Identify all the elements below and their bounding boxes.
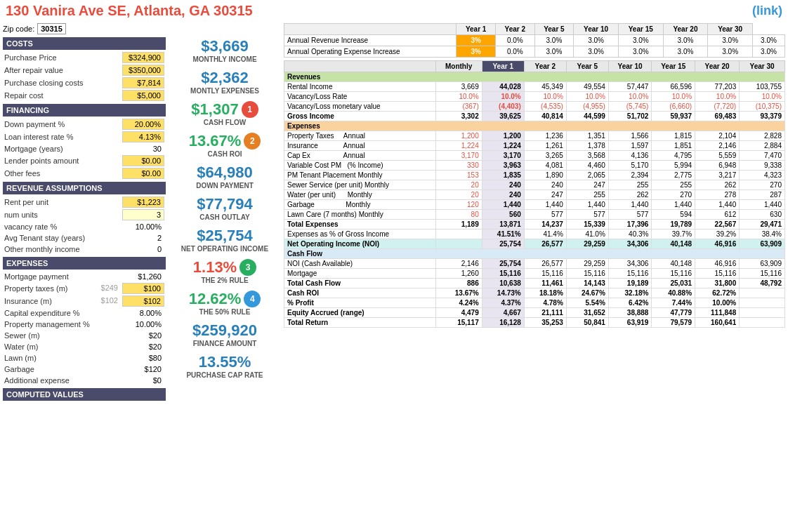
main-analysis-table: Monthly Year 1 Year 2 Year 5 Year 10 Yea… bbox=[284, 60, 785, 328]
rate-cell: 3.0% bbox=[753, 46, 785, 58]
monthly-expenses-label: MONTLY EXPENSES bbox=[174, 87, 275, 95]
cell: 2,775 bbox=[652, 171, 695, 180]
monthly-expenses-value: $2,362 bbox=[174, 69, 275, 87]
cell: 886 bbox=[435, 279, 482, 288]
cash-flow-metric: $1,307 1 CASH FLOW bbox=[174, 100, 275, 126]
cell: 3,265 bbox=[524, 151, 566, 161]
cell: 63,909 bbox=[740, 259, 785, 269]
cell: 1,890 bbox=[524, 171, 566, 180]
cell: 612 bbox=[695, 210, 740, 220]
cell: 34,306 bbox=[608, 259, 652, 269]
table-row: Vacancy/Loss Rate 10.0% 10.0% 10.0% 10.0… bbox=[284, 92, 785, 102]
page-container: 130 Vanira Ave SE, Atlanta, GA 30315 (li… bbox=[0, 0, 788, 404]
cell: 29,471 bbox=[740, 220, 785, 230]
fifty-pct-metric: 12.62% 4 THE 50% RULE bbox=[174, 290, 275, 316]
cell: 15,116 bbox=[608, 269, 652, 279]
row-label: % Profit bbox=[284, 298, 436, 308]
cell: 1,260 bbox=[435, 269, 482, 279]
cell bbox=[740, 298, 785, 308]
rate-cell: 3% bbox=[457, 35, 496, 46]
table-row: PM Tenant Placement Monthly 153 1,835 1,… bbox=[284, 171, 785, 180]
table-row: Total Expenses 1,189 13,871 14,237 15,33… bbox=[284, 220, 785, 230]
cell: 38,888 bbox=[608, 308, 652, 318]
cell: 120 bbox=[435, 200, 482, 210]
expenses-section-label: Expenses bbox=[284, 121, 785, 131]
badge-1: 1 bbox=[242, 101, 258, 118]
row-label: Vacancy/Loss monetary value bbox=[284, 102, 436, 112]
table-row: Annual Revenue Increase 3% 0.0% 3.0% 3.0… bbox=[284, 35, 785, 46]
rate-cell: 3.0% bbox=[534, 46, 574, 58]
computed-header: COMPUTED VALUES bbox=[3, 388, 166, 401]
section-header-row: Cash Flow bbox=[284, 249, 785, 259]
monthly-income-value: $3,669 bbox=[174, 37, 275, 55]
table-row: Property Taxes Annual 1,200 1,200 1,236 … bbox=[284, 131, 785, 141]
row-label: Garbage Monthly bbox=[284, 200, 436, 210]
cell: 4.37% bbox=[482, 298, 524, 308]
cell: 10.0% bbox=[435, 92, 482, 102]
rate-col-y2: Year 2 bbox=[495, 24, 534, 35]
cell: 1,200 bbox=[482, 131, 524, 141]
cell: 3,568 bbox=[566, 151, 608, 161]
cell: 287 bbox=[740, 190, 785, 200]
cell: 40,148 bbox=[652, 239, 695, 249]
col-header-y30: Year 30 bbox=[740, 61, 785, 72]
cell: 3,302 bbox=[435, 112, 482, 121]
cell: 3,170 bbox=[435, 151, 482, 161]
cell: (4,535) bbox=[524, 102, 566, 112]
cell: 44,599 bbox=[566, 112, 608, 121]
row-label: Vacancy/Loss Rate bbox=[284, 92, 436, 102]
cell: (5,745) bbox=[608, 102, 652, 112]
rate-cell: 3.0% bbox=[663, 46, 708, 58]
cell: 26,577 bbox=[524, 259, 566, 269]
cell: 577 bbox=[524, 210, 566, 220]
cell: 44,028 bbox=[482, 82, 524, 92]
cell: (367) bbox=[435, 102, 482, 112]
cell: 1,851 bbox=[652, 141, 695, 151]
cell: 1,236 bbox=[524, 131, 566, 141]
cell: 49,554 bbox=[566, 82, 608, 92]
two-pct-metric: 1.13% 3 THE 2% RULE bbox=[174, 258, 275, 284]
property-link[interactable]: (link) bbox=[752, 4, 782, 18]
cell: 80 bbox=[435, 210, 482, 220]
table-row: Total Cash Flow 886 10,638 11,461 14,143… bbox=[284, 279, 785, 288]
cash-outlay-value: $77,794 bbox=[174, 195, 275, 213]
cell: 247 bbox=[566, 180, 608, 190]
noi-metric: $25,754 NET OPERATING INCOME bbox=[174, 227, 275, 253]
cell: 330 bbox=[435, 161, 482, 171]
col-header-label bbox=[284, 61, 436, 72]
fifty-pct-value: 12.62% bbox=[189, 290, 242, 308]
cell: 153 bbox=[435, 171, 482, 180]
cell: 3,963 bbox=[482, 161, 524, 171]
expenses-header: EXPENSES bbox=[3, 257, 166, 270]
list-item: num units 3 bbox=[3, 208, 166, 221]
cell: 40,814 bbox=[524, 112, 566, 121]
table-row: Variable Cost PM (% Income) 330 3,963 4,… bbox=[284, 161, 785, 171]
cash-outlay-label: CASH OUTLAY bbox=[174, 213, 275, 221]
cell: 7,470 bbox=[740, 151, 785, 161]
page-title: 130 Vanira Ave SE, Atlanta, GA 30315 bbox=[6, 3, 253, 19]
cell: 63,909 bbox=[740, 239, 785, 249]
cell: 62.72% bbox=[695, 288, 740, 298]
cell: 63,919 bbox=[608, 318, 652, 328]
cell: 2,828 bbox=[740, 131, 785, 141]
cash-roi-metric: 13.67% 2 CASH ROI bbox=[174, 132, 275, 158]
left-panel: Zip code: 30315 COSTS Purchase Price $32… bbox=[0, 22, 169, 404]
cell: 15,116 bbox=[482, 269, 524, 279]
cell: 21,111 bbox=[524, 308, 566, 318]
list-item: Rent per unit $1,223 bbox=[3, 196, 166, 208]
cell: 2,394 bbox=[608, 171, 652, 180]
cell: 24.67% bbox=[566, 288, 608, 298]
cell: 15,117 bbox=[435, 318, 482, 328]
cell: 4.24% bbox=[435, 298, 482, 308]
cell: 20 bbox=[435, 180, 482, 190]
cell: 5,559 bbox=[695, 151, 740, 161]
noi-value: $25,754 bbox=[174, 227, 275, 245]
cell: 40,148 bbox=[652, 259, 695, 269]
cell: 29,259 bbox=[566, 259, 608, 269]
cell: 17,396 bbox=[608, 220, 652, 230]
cell: 2,104 bbox=[695, 131, 740, 141]
cell: (7,720) bbox=[695, 102, 740, 112]
rate-col-y30: Year 30 bbox=[708, 24, 753, 35]
list-item: Water (m) $20 bbox=[3, 341, 166, 352]
rate-cell: 3.0% bbox=[708, 35, 753, 46]
